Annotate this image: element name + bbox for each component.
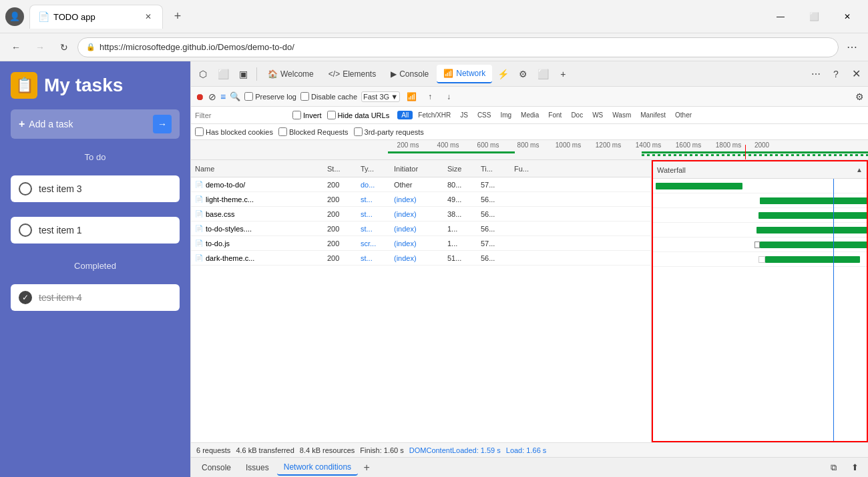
col-header-fu[interactable]: Fu... xyxy=(511,165,545,173)
row-type: st... xyxy=(358,225,391,233)
url-bar[interactable]: 🔒 https://microsoftedge.github.io/Demos/… xyxy=(77,37,839,57)
filter-input[interactable] xyxy=(195,111,287,119)
col-header-name[interactable]: Name xyxy=(191,165,324,173)
table-row[interactable]: 📄 to-do-styles.... 200 st... (index) 1..… xyxy=(191,221,651,236)
waterfall-sort-icon[interactable]: ▲ xyxy=(856,166,863,173)
table-row[interactable]: 📄 demo-to-do/ 200 do... Other 80... 57..… xyxy=(191,177,651,192)
filter-tag-doc[interactable]: Doc xyxy=(567,111,587,119)
nc-settings-icon[interactable]: ⚙ xyxy=(855,91,864,102)
close-button[interactable]: ✕ xyxy=(832,6,863,27)
window-controls: — ⬜ ✕ xyxy=(765,6,863,27)
row-size: 80... xyxy=(445,181,478,189)
panel-toggle-button[interactable]: ▣ xyxy=(234,65,252,83)
col-header-initiator[interactable]: Initiator xyxy=(391,165,445,173)
table-row[interactable]: 📄 base.css 200 st... (index) 38... 56... xyxy=(191,207,651,221)
add-panel-button[interactable]: + xyxy=(359,460,374,475)
row-name-text: base.css xyxy=(206,210,234,218)
clear-button[interactable]: ⊘ xyxy=(208,91,216,102)
user-avatar[interactable]: 👤 xyxy=(5,7,24,26)
new-tab-button[interactable]: + xyxy=(168,7,187,26)
devtools-panel: ⬡ ⬜ ▣ 🏠 Welcome </> Elements ▶ Console 📶… xyxy=(190,61,868,477)
invert-label: Invert xyxy=(303,111,322,119)
row-initiator[interactable]: (index) xyxy=(391,210,445,218)
row-initiator[interactable]: (index) xyxy=(391,254,445,262)
blocked-requests-checkbox[interactable]: Blocked Requests xyxy=(278,127,349,136)
minimize-button[interactable]: — xyxy=(765,6,796,27)
has-blocked-cookies-checkbox[interactable]: Has blocked cookies xyxy=(195,127,273,136)
add-task-button[interactable]: + Add a task → xyxy=(11,109,180,139)
more-options-button[interactable]: ⋯ xyxy=(841,37,863,58)
has-blocked-cookies-label: Has blocked cookies xyxy=(206,128,273,136)
task-item-4[interactable]: ✓ test item 4 xyxy=(11,284,180,311)
bottom-tab-console[interactable]: Console xyxy=(195,460,238,475)
back-button[interactable]: ← xyxy=(5,37,27,58)
col-header-status[interactable]: St... xyxy=(324,165,358,173)
col-header-size[interactable]: Size xyxy=(445,165,478,173)
filter-button[interactable]: ≡ xyxy=(220,91,226,102)
reload-button[interactable]: ↻ xyxy=(53,37,75,58)
filter-tag-js[interactable]: JS xyxy=(456,111,472,119)
third-party-checkbox[interactable]: 3rd-party requests xyxy=(354,127,424,136)
row-name-text: dark-theme.c... xyxy=(206,254,254,262)
filter-tag-xhr[interactable]: Fetch/XHR xyxy=(414,111,455,119)
upload-icon[interactable]: ↑ xyxy=(423,89,437,104)
row-name: 📄 demo-to-do/ xyxy=(191,181,324,189)
row-initiator[interactable]: (index) xyxy=(391,240,445,248)
wf-bar-3 xyxy=(758,212,867,219)
filter-tag-wasm[interactable]: Wasm xyxy=(608,111,635,119)
devtools-more-button[interactable]: ⋯ xyxy=(807,65,825,83)
filter-tag-manifest[interactable]: Manifest xyxy=(636,111,670,119)
tab-console[interactable]: ▶ Console xyxy=(384,65,435,83)
search-button[interactable]: 🔍 xyxy=(230,91,240,101)
table-row[interactable]: 📄 light-theme.c... 200 st... (index) 49.… xyxy=(191,192,651,207)
tab-settings[interactable]: ⚙ xyxy=(513,65,532,83)
tab-close-button[interactable]: ✕ xyxy=(142,11,154,23)
table-row[interactable]: 📄 to-do.js 200 scr... (index) 1... 57... xyxy=(191,236,651,251)
filter-tag-font[interactable]: Font xyxy=(544,111,566,119)
tab-network[interactable]: 📶 Network xyxy=(437,65,492,83)
task-item-3[interactable]: test item 3 xyxy=(11,175,180,202)
filter-tag-css[interactable]: CSS xyxy=(473,111,495,119)
tab-add[interactable]: + xyxy=(554,65,572,83)
filter-tag-img[interactable]: Img xyxy=(496,111,515,119)
tab-welcome[interactable]: 🏠 Welcome xyxy=(261,65,320,83)
col-header-type[interactable]: Ty... xyxy=(358,165,391,173)
filter-tag-all[interactable]: All xyxy=(397,111,413,119)
table-row[interactable]: 📄 dark-theme.c... 200 st... (index) 51..… xyxy=(191,251,651,266)
network-online-icon[interactable]: 📶 xyxy=(404,89,419,104)
filter-tag-other[interactable]: Other xyxy=(671,111,696,119)
hide-data-urls-checkbox[interactable]: Hide data URLs xyxy=(327,111,390,119)
disable-cache-checkbox[interactable]: Disable cache xyxy=(300,92,357,101)
devtools-help-button[interactable]: ? xyxy=(827,65,845,83)
disable-cache-input[interactable] xyxy=(300,92,309,101)
preserve-log-checkbox[interactable]: Preserve log xyxy=(244,92,296,101)
row-time: 56... xyxy=(478,210,511,218)
inspect-element-button[interactable]: ⬡ xyxy=(194,65,212,83)
tab-elements[interactable]: </> Elements xyxy=(322,65,383,83)
undock-button[interactable]: ⧉ xyxy=(824,458,843,477)
preserve-log-input[interactable] xyxy=(244,92,253,101)
filter-tag-ws[interactable]: WS xyxy=(588,111,607,119)
third-party-label: 3rd-party requests xyxy=(365,128,424,136)
tab-title: TODO app xyxy=(53,12,95,22)
download-icon[interactable]: ↓ xyxy=(441,89,456,104)
browser-tab[interactable]: 📄 TODO app ✕ xyxy=(29,5,163,29)
restore-button[interactable]: ⬜ xyxy=(799,6,829,27)
col-header-time[interactable]: Ti... xyxy=(478,165,511,173)
devtools-close-button[interactable]: ✕ xyxy=(847,65,865,83)
dock-button[interactable]: ⬆ xyxy=(845,458,864,477)
row-initiator[interactable]: (index) xyxy=(391,195,445,203)
bottom-tab-network-conditions[interactable]: Network conditions xyxy=(277,460,358,476)
device-mode-button[interactable]: ⬜ xyxy=(214,65,232,83)
bottom-tab-issues[interactable]: Issues xyxy=(239,460,276,475)
tab-sidebar-panel[interactable]: ⬜ xyxy=(533,65,552,83)
filter-tag-media[interactable]: Media xyxy=(517,111,543,119)
record-button[interactable]: ⏺ xyxy=(195,91,204,102)
forward-button[interactable]: → xyxy=(29,37,51,58)
tab-performance[interactable]: ⚡ xyxy=(493,65,512,83)
row-initiator[interactable]: (index) xyxy=(391,225,445,233)
speed-selector[interactable]: Fast 3G ▼ xyxy=(361,91,400,102)
row-initiator[interactable]: Other xyxy=(391,181,445,189)
invert-checkbox[interactable]: Invert xyxy=(292,111,322,119)
task-item-1[interactable]: test item 1 xyxy=(11,217,180,244)
